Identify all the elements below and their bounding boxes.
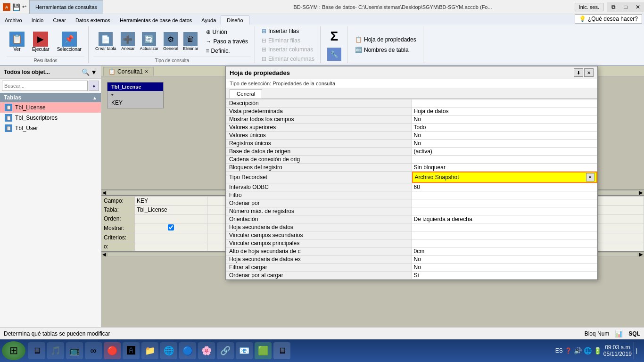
prop-row[interactable]: Hoja secundaria de datos [226,223,597,231]
taskbar-app-1[interactable]: 🖥 [28,342,45,359]
prop-dropdown-btn[interactable]: ▼ [586,173,594,181]
query-tab-close[interactable]: ✕ [145,69,149,74]
taskbar-app-12[interactable]: 📧 [236,342,253,359]
grid-cell-crit-1[interactable] [135,233,207,242]
prop-row[interactable]: Vista predeterminadaHoja de datos [226,107,597,115]
prop-value[interactable]: No [412,263,597,272]
prop-value[interactable] [412,239,597,247]
taskbar-app-10[interactable]: 🌸 [198,342,215,359]
taskbar-app-9[interactable]: 🔵 [179,342,196,359]
sql-indicator[interactable]: SQL [628,330,640,337]
actualizar-button[interactable]: 🔄 Actualizar [138,30,160,53]
help-tray-icon[interactable]: ❓ [565,347,572,354]
taskbar-app-3[interactable]: 📺 [66,342,83,359]
general-button[interactable]: ⚙ General [161,30,180,53]
lang-indicator[interactable]: ES [555,347,563,354]
tab-herramientas-bd[interactable]: Herramientas de base de datos [115,16,197,25]
maximize-icon[interactable]: □ [619,2,632,12]
prop-row[interactable]: Mostrar todos los camposNo [226,115,597,123]
prop-value[interactable] [412,207,597,215]
sumatoria-button[interactable]: Σ [329,27,340,46]
prop-row[interactable]: Cadena de conexión de orig [226,156,597,164]
taskbar-app-5[interactable]: 🔴 [104,342,121,359]
prop-row[interactable]: Vincular campos secundarios [226,231,597,239]
prop-row[interactable]: Valores superioresTodo [226,123,597,132]
prop-value[interactable]: No [412,140,597,148]
union-button[interactable]: ⊕ Unión [203,28,251,36]
start-button[interactable]: ⊞ [2,341,25,360]
session-btn[interactable]: Inic. ses. [575,3,603,11]
paso-traves-button[interactable]: → Paso a través [203,37,251,46]
insertar-columnas-button[interactable]: ⊞ Insertar columnas [260,45,316,54]
taskbar-app-7[interactable]: 📁 [141,342,158,359]
grid-cell-tabla-1[interactable]: Tbl_License [135,206,207,214]
taskbar-app-4[interactable]: ∞ [85,342,102,359]
prop-row[interactable]: Tipo RecordsetArchivo Snapshot▼ [226,172,597,183]
prop-row[interactable]: Base de datos de origen(activa) [226,148,597,156]
prop-value[interactable]: Archivo Snapshot▼ [412,172,597,183]
tables-section-header[interactable]: Tablas ▲ [0,93,101,102]
taskbar-app-13[interactable]: 🟩 [255,342,272,359]
grid-cell-campo-1[interactable]: KEY [135,197,207,206]
prop-value[interactable] [412,199,597,207]
hoja-propiedades-button[interactable]: 📋 Hoja de propiedades [352,35,419,44]
taskbar-app-2[interactable]: 🎵 [47,342,64,359]
prop-row[interactable]: Valores únicosNo [226,132,597,140]
prop-value[interactable] [412,99,597,107]
crear-tabla-button[interactable]: 📄 Crear tabla [93,30,118,53]
prop-value[interactable] [412,223,597,231]
table-item-tbl-suscriptores[interactable]: 📋 Tbl_Suscriptores [0,113,101,123]
restore-down-icon[interactable]: ⧉ [607,2,619,12]
prop-row[interactable]: Hoja secundaria de datos exNo [226,255,597,263]
prop-row[interactable]: Ordenar por al cargarSí [226,272,597,280]
prop-value[interactable]: De izquierda a derecha [412,215,597,223]
tab-inicio[interactable]: Inicio [27,16,49,25]
prop-value[interactable]: No [412,255,597,263]
panel-search-icon[interactable]: 🔍 [82,68,90,76]
prop-row[interactable]: Filtro [226,191,597,199]
anexar-button[interactable]: ➕ Anexar [119,30,137,53]
prop-value[interactable]: Sí [412,272,597,280]
show-desktop-btn[interactable]: | [634,342,639,359]
eliminar-columnas-button[interactable]: ⊟ Eliminar columnas [260,55,316,63]
search-input[interactable] [2,81,88,91]
prop-value[interactable]: Hoja de datos [412,107,597,115]
prop-row[interactable]: Registros únicosNo [226,140,597,148]
taskbar-app-14[interactable]: 🖥 [273,342,290,359]
prop-row[interactable]: Alto de hoja secundaria de c0cm [226,247,597,255]
mostrar-checkbox-1[interactable] [168,224,174,230]
panel-menu-icon[interactable]: ▼ [91,68,97,76]
h-scroll-left[interactable]: ◀ [102,190,106,195]
grid-cell-mostrar-1[interactable] [135,223,207,233]
ver-button[interactable]: 📋 Ver [7,30,27,54]
search-clear-btn[interactable]: ● [89,81,99,91]
ejecutar-button[interactable]: ▶ Ejecutar [29,30,52,54]
panel-collapse-btn[interactable]: ⬇ [574,68,583,77]
table-item-tbl-license[interactable]: 📋 Tbl_License [0,102,101,113]
tab-ayuda[interactable]: Ayuda [197,16,221,25]
tab-archivo[interactable]: Archivo [0,16,27,25]
network-icon[interactable]: 🌐 [584,347,592,354]
table-box-tbl-license[interactable]: Tbl_License * KEY [107,82,164,108]
prop-value[interactable] [412,191,597,199]
prop-row[interactable]: Vincular campos principales [226,239,597,247]
title-save-icon[interactable]: 💾 [12,3,20,11]
query-tab-consulta1[interactable]: 📋 Consulta1 ✕ [103,67,154,76]
prop-value[interactable]: 60 [412,183,597,191]
battery-icon[interactable]: 🔋 [594,347,602,354]
prop-row[interactable]: Bloqueos del registroSin bloquear [226,164,597,172]
taskbar-app-8[interactable]: 🌐 [160,342,177,359]
builder-button[interactable]: 🔧 [325,46,343,63]
prop-row[interactable]: Descripción [226,99,597,107]
insertar-filas-button[interactable]: ⊞ Insertar filas [260,27,316,35]
tab-datos-externos[interactable]: Datos externos [71,16,115,25]
grid-cell-o-1[interactable] [135,242,207,251]
table-item-tbl-user[interactable]: 📋 Tbl_User [0,123,101,133]
panel-close-btn[interactable]: ✕ [584,68,594,77]
tab-diseno[interactable]: Diseño [221,16,249,25]
speaker-icon[interactable]: 🔊 [574,347,582,354]
prop-value[interactable]: Sin bloquear [412,164,597,172]
title-undo-icon[interactable]: ↩ [22,4,26,10]
prop-row[interactable]: Ordenar por [226,199,597,207]
definir-button[interactable]: ≡ Definic. [203,47,251,55]
